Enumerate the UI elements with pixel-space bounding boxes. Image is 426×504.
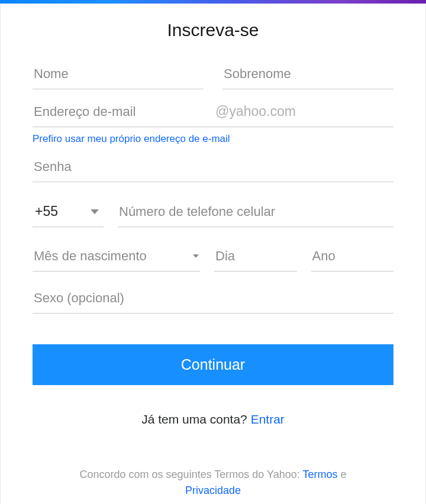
password-input[interactable] bbox=[33, 153, 393, 182]
privacy-link[interactable]: Privacidade bbox=[185, 484, 241, 496]
gender-row bbox=[33, 285, 393, 314]
agree-and: e bbox=[337, 469, 346, 480]
country-code-value: +55 bbox=[35, 203, 58, 219]
birth-day-field bbox=[214, 243, 297, 272]
birth-month-label: Mês de nascimento bbox=[34, 248, 147, 264]
birth-month-select[interactable]: Mês de nascimento bbox=[33, 243, 200, 272]
terms-link[interactable]: Termos bbox=[302, 469, 337, 480]
name-row bbox=[33, 60, 393, 89]
use-own-email-link[interactable]: Prefiro usar meu próprio endereço de e-m… bbox=[33, 133, 230, 145]
page-title: Inscreva-se bbox=[33, 20, 393, 40]
birthdate-row: Mês de nascimento bbox=[33, 243, 393, 272]
email-row: @yahoo.com bbox=[33, 98, 393, 127]
last-name-input[interactable] bbox=[222, 60, 393, 89]
signup-form: Inscreva-se @yahoo.com Prefiro usar meu … bbox=[0, 4, 426, 504]
chevron-down-icon bbox=[193, 254, 199, 258]
chevron-down-icon bbox=[91, 209, 99, 214]
birth-day-input[interactable] bbox=[214, 243, 297, 272]
phone-input[interactable] bbox=[118, 198, 393, 227]
first-name-field bbox=[33, 60, 204, 89]
gender-input[interactable] bbox=[33, 285, 393, 314]
continue-button[interactable]: Continuar bbox=[33, 344, 393, 385]
login-link[interactable]: Entrar bbox=[251, 412, 285, 426]
last-name-field bbox=[222, 60, 393, 89]
email-field bbox=[33, 98, 209, 127]
first-name-input[interactable] bbox=[33, 60, 204, 89]
phone-row: +55 bbox=[33, 198, 393, 227]
already-have-account: Já tem uma conta? Entrar bbox=[33, 412, 393, 427]
birth-year-input[interactable] bbox=[311, 243, 394, 272]
password-row bbox=[33, 153, 393, 182]
agree-prefix: Concordo com os seguintes Termos do Yaho… bbox=[80, 469, 303, 480]
email-input[interactable] bbox=[33, 98, 209, 127]
email-domain-label: @yahoo.com bbox=[209, 98, 393, 127]
birth-year-field bbox=[311, 243, 394, 272]
terms-agreement: Concordo com os seguintes Termos do Yaho… bbox=[33, 467, 393, 499]
phone-field bbox=[118, 198, 393, 227]
country-code-select[interactable]: +55 bbox=[33, 198, 104, 227]
already-question: Já tem uma conta? bbox=[141, 412, 250, 426]
